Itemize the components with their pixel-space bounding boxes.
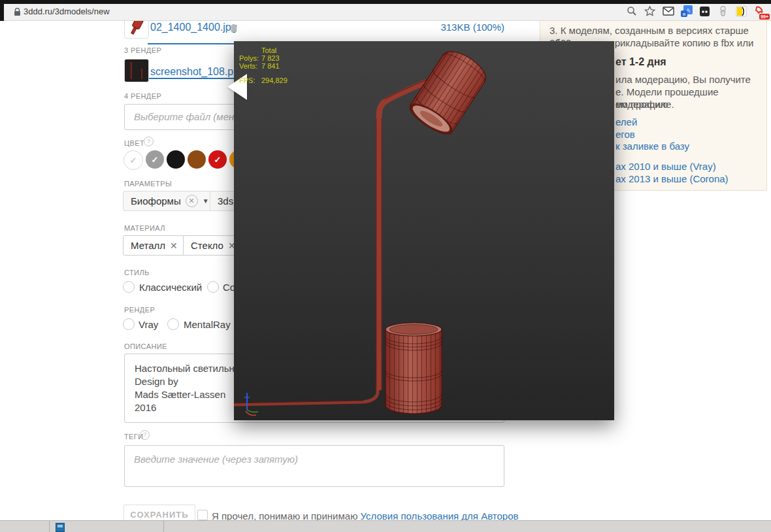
stats-polys-value: 7 823: [261, 54, 280, 62]
taskbar-divider: [49, 521, 50, 532]
style-option-label: Классический: [139, 282, 202, 293]
engine-label: РЕНДЕР: [124, 306, 155, 314]
extension-dark-icon[interactable]: [698, 5, 711, 17]
material-chip-metal[interactable]: Металл ✕: [123, 235, 186, 256]
description-label: ОПИСАНИЕ: [124, 342, 167, 350]
tags-help-icon[interactable]: ?: [140, 430, 150, 440]
engine-radio-mentalray[interactable]: [167, 318, 179, 330]
translate-icon[interactable]: Aя: [680, 5, 693, 17]
mail-icon[interactable]: [662, 5, 674, 17]
params-label: ПАРАМЕТРЫ: [124, 180, 172, 188]
param-chip-label: Биоформы: [131, 195, 181, 207]
style-label: СТИЛЬ: [124, 269, 150, 276]
info-line: ила модерацию, Вы получите: [615, 73, 751, 86]
bookmark-star-icon[interactable]: [644, 5, 656, 17]
info-link[interactable]: елей: [615, 116, 637, 128]
info-heading-fragment: ет 1-2 дня: [615, 56, 666, 68]
tags-placeholder: Введите значение (через запятую): [134, 454, 298, 465]
info-link[interactable]: к заливке в базу: [615, 140, 689, 152]
remove-icon[interactable]: ✕: [170, 241, 178, 251]
color-label: ЦВЕТ: [124, 139, 144, 147]
color-swatch-brown[interactable]: [188, 150, 206, 169]
stats-verts-label: Verts:: [239, 62, 261, 70]
engine-option-label: MentalRay: [184, 319, 231, 330]
engine-option-label: Vray: [139, 319, 158, 330]
window-top-edge: [0, 0, 771, 4]
taskbar-app-icon[interactable]: [56, 523, 65, 532]
param-chip-bioforms[interactable]: Биоформы ✕ ▼: [123, 191, 217, 211]
notification-badge: 99+: [759, 14, 770, 20]
notifications-icon[interactable]: 99+: [753, 5, 766, 17]
extension-yellow-icon[interactable]: [735, 5, 747, 17]
info-line: ем профиле.: [615, 98, 674, 110]
extension-light-icon[interactable]: [717, 5, 729, 17]
material-chip-label: Металл: [131, 240, 165, 251]
color-swatch-row: ✓✓✓: [123, 150, 248, 170]
description-line: Mads Sætter-Lassen: [135, 388, 244, 401]
bottom-taskbar: [0, 520, 771, 532]
stats-verts-value: 7 841: [261, 62, 280, 70]
description-line: Design by: [135, 375, 244, 388]
color-swatch-black[interactable]: [167, 150, 185, 169]
file1-size: 313KB (100%): [366, 22, 504, 33]
render4-label: 4 РЕНДЕР: [124, 92, 161, 100]
style-radio-classic[interactable]: [123, 281, 135, 293]
stats-total-label: Total: [261, 46, 276, 54]
material-label: МАТЕРИАЛ: [124, 224, 165, 232]
engine-radio-vray[interactable]: [123, 318, 135, 330]
material-chip-label: Стекло: [191, 240, 223, 251]
render3-thumbnail[interactable]: [124, 59, 149, 82]
info-link[interactable]: ах 2010 и выше (Vray): [615, 160, 716, 173]
remove-icon[interactable]: ✕: [186, 195, 198, 207]
info-link[interactable]: ах 2013 и выше (Corona): [615, 173, 729, 185]
description-line: Настольный светильник: [135, 362, 244, 375]
svg-text:я: я: [682, 11, 685, 17]
taskbar-divider: [163, 521, 164, 532]
model-preview-viewport: Total Polys:7 823 Verts:7 841 FPS:294,82…: [234, 41, 614, 420]
color-swatch-grey[interactable]: ✓: [146, 150, 164, 169]
render3-label: 3 РЕНДЕР: [124, 46, 161, 54]
info-link[interactable]: егов: [615, 128, 635, 141]
agreement-checkbox[interactable]: [197, 510, 208, 520]
file1-name-link[interactable]: 02_1400_1400.jpg: [150, 22, 237, 33]
chevron-down-icon: ▼: [203, 197, 209, 205]
description-line: 2016: [135, 401, 244, 414]
style-radio-modern[interactable]: [207, 281, 219, 293]
file1-delete-icon[interactable]: [230, 24, 237, 35]
stats-polys-label: Polys:: [239, 54, 261, 62]
stats-fps-label: FPS:: [239, 76, 261, 84]
color-help-icon[interactable]: ?: [144, 137, 154, 146]
address-bar[interactable]: 3ddd.ru/3dmodels/new: [24, 7, 110, 16]
wireframe-lamp-render: [234, 41, 614, 420]
color-swatch-red[interactable]: ✓: [208, 150, 227, 169]
viewport-statistics: Total Polys:7 823 Verts:7 841 FPS:294,82…: [239, 46, 287, 84]
color-swatch-white[interactable]: ✓: [123, 150, 143, 170]
lock-icon[interactable]: [14, 7, 21, 19]
stats-fps-value: 294,829: [261, 76, 287, 84]
window-left-edge: [0, 0, 4, 21]
tags-textarea[interactable]: Введите значение (через запятую): [124, 445, 504, 487]
zoom-icon[interactable]: [625, 5, 638, 17]
